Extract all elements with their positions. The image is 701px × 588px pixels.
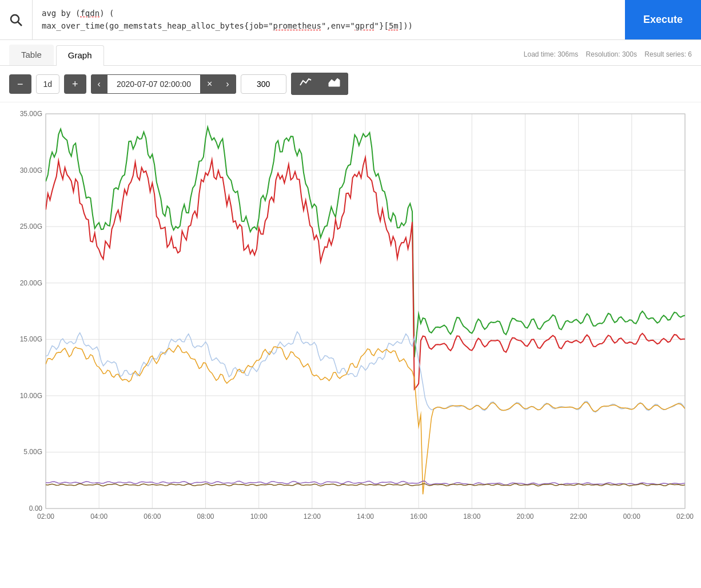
svg-line-1 — [18, 22, 22, 26]
prometheus-highlight: prometheus — [273, 21, 321, 30]
resolution-input[interactable] — [241, 74, 286, 94]
tab-table[interactable]: Table — [9, 45, 54, 65]
duration-minus-button[interactable]: − — [9, 74, 31, 94]
fqdn-highlight: fqdn — [80, 9, 99, 18]
chart-type-group — [291, 73, 348, 95]
result-series: Result series: 6 — [644, 50, 692, 58]
svg-marker-2 — [329, 78, 340, 86]
time-series-chart — [5, 102, 696, 531]
search-icon — [9, 13, 23, 27]
duration-plus-button[interactable]: + — [64, 74, 86, 94]
controls-row: − 1d + ‹ 2020-07-07 02:00:00 × › — [0, 66, 701, 102]
5m-highlight: 5m — [389, 21, 399, 30]
search-icon-wrap — [0, 0, 33, 39]
meta-info: Load time: 306ms Resolution: 300s Result… — [524, 50, 692, 58]
clear-datetime-button[interactable]: × — [200, 74, 219, 94]
graph-area — [0, 102, 701, 536]
duration-display: 1d — [36, 74, 60, 94]
next-button[interactable]: › — [219, 74, 236, 94]
load-time: Load time: 306ms — [524, 50, 578, 58]
datetime-display: 2020-07-07 02:00:00 — [107, 75, 200, 93]
gprd-highlight: gprd — [355, 21, 375, 30]
tabs-row: Table Graph Load time: 306ms Resolution:… — [0, 40, 701, 66]
resolution-meta: Resolution: 300s — [586, 50, 637, 58]
top-bar: avg by (fqdn) ( max_over_time(go_memstat… — [0, 0, 701, 40]
query-display[interactable]: avg by (fqdn) ( max_over_time(go_memstat… — [33, 0, 625, 39]
line-chart-button[interactable] — [291, 73, 320, 95]
area-chart-button[interactable] — [320, 73, 348, 95]
prev-button[interactable]: ‹ — [91, 74, 107, 94]
execute-button[interactable]: Execute — [625, 0, 701, 39]
svg-point-0 — [11, 15, 19, 23]
tab-graph[interactable]: Graph — [56, 45, 104, 66]
nav-group: ‹ 2020-07-07 02:00:00 × › — [91, 74, 236, 94]
